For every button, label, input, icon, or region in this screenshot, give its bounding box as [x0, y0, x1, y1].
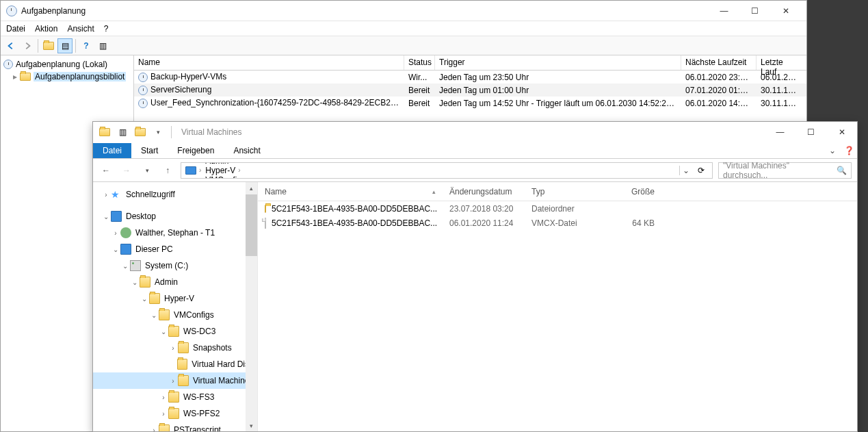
col-name[interactable]: Name — [134, 55, 404, 70]
folder-icon — [178, 375, 189, 386]
col-size[interactable]: Größe — [607, 184, 661, 199]
nav-pane[interactable]: ›★Schnellzugriff ⌄Desktop ›Walther, Step… — [93, 182, 257, 431]
nav-wspfs2[interactable]: ›WS-PFS2 — [93, 405, 257, 422]
maximize-button[interactable]: ☐ — [739, 1, 770, 21]
minimize-button[interactable]: — — [709, 1, 739, 21]
minimize-button[interactable]: — — [765, 123, 795, 142]
breadcrumb-segment[interactable]: Hyper-V› — [204, 166, 272, 175]
col-name[interactable]: Name▴ — [258, 184, 443, 199]
scroll-up-icon[interactable]: ▴ — [246, 182, 257, 194]
file-row[interactable]: 5C21F543-1BEA-4935-BA00-DD5DEBBAC...23.0… — [258, 201, 857, 216]
file-icon — [265, 218, 266, 229]
tab-start[interactable]: Start — [131, 143, 168, 158]
folder-icon — [159, 424, 170, 431]
qat-dropdown-icon[interactable]: ▾ — [150, 125, 166, 140]
forward-button[interactable]: → — [119, 163, 134, 178]
toolbar-pane-icon[interactable]: ▥ — [95, 38, 110, 53]
menu-view[interactable]: Ansicht — [67, 24, 94, 34]
nav-snapshots[interactable]: ›Snapshots — [93, 340, 257, 356]
qat-new-folder-icon[interactable] — [133, 125, 148, 140]
task-row[interactable]: ServerSicherungBereitJeden Tag um 01:00 … — [134, 84, 806, 97]
folder-icon — [178, 342, 189, 353]
file-name: 5C21F543-1BEA-4935-BA00-DD5DEBBAC... — [258, 217, 443, 229]
desktop-icon — [111, 211, 122, 222]
refresh-button[interactable]: ⟳ — [693, 166, 709, 175]
back-button[interactable] — [3, 38, 18, 53]
breadcrumb-root-icon[interactable]: › — [184, 166, 202, 175]
ribbon-expand-icon[interactable]: ⌄ — [824, 143, 841, 158]
task-status: Bereit — [404, 98, 435, 109]
task-row[interactable]: User_Feed_Synchronization-{16074259-72DC… — [134, 97, 806, 110]
tree-library[interactable]: ▸ Aufgabenplanungsbibliot — [1, 71, 133, 83]
help-icon[interactable]: ❓ — [841, 143, 857, 158]
nav-this-pc[interactable]: ⌄Dieser PC — [93, 241, 257, 257]
nav-pstranscript[interactable]: ›PSTranscript — [93, 422, 257, 431]
search-input[interactable]: "Virtual Machines" durchsuch... 🔍 — [718, 162, 852, 179]
file-modified: 06.01.2020 11:24 — [443, 218, 525, 229]
maximize-button[interactable]: ☐ — [795, 123, 826, 142]
tab-file[interactable]: Datei — [93, 143, 131, 158]
close-button[interactable]: ✕ — [826, 123, 857, 142]
task-trigger: Jeden Tag um 14:52 Uhr - Trigger läuft u… — [435, 98, 681, 109]
task-name: ServerSicherung — [134, 84, 404, 96]
nav-drive-c[interactable]: ⌄System (C:) — [93, 257, 257, 274]
recent-dropdown-icon[interactable]: ▾ — [140, 163, 155, 178]
toolbar-view-icon[interactable]: ▤ — [57, 38, 73, 53]
nav-user[interactable]: ›Walther, Stephan - T1 — [93, 225, 257, 241]
task-row[interactable]: Backup-HyperV-VMsWir...Jeden Tag um 23:5… — [134, 71, 806, 84]
col-modified[interactable]: Änderungsdatum — [443, 184, 525, 199]
nav-vmconfigs[interactable]: ⌄VMConfigs — [93, 307, 257, 323]
folder-icon — [149, 293, 160, 304]
nav-desktop[interactable]: ⌄Desktop — [93, 208, 257, 225]
menu-help[interactable]: ? — [104, 24, 109, 34]
titlebar[interactable]: ▥ ▾ Virtual Machines — ☐ ✕ — [93, 122, 857, 142]
col-last[interactable]: Letzte Lauf — [757, 55, 801, 70]
explorer-window: ▥ ▾ Virtual Machines — ☐ ✕ Datei Start F… — [92, 121, 858, 432]
toolbar-action-icon[interactable] — [41, 38, 56, 53]
toolbar: ▤ ? ▥ — [1, 36, 806, 55]
nav-virtual-machines[interactable]: ›Virtual Machines — [93, 372, 257, 389]
chevron-right-icon: › — [248, 176, 250, 179]
col-type[interactable]: Typ — [525, 184, 607, 199]
ribbon-tabs: Datei Start Freigeben Ansicht ⌄ ❓ — [93, 142, 857, 159]
chevron-right-icon: ▸ — [13, 72, 17, 81]
close-button[interactable]: ✕ — [770, 1, 801, 21]
file-type: Dateiordner — [525, 203, 607, 214]
folder-icon — [168, 408, 179, 419]
menu-file[interactable]: Datei — [6, 24, 25, 34]
breadcrumb-segment[interactable]: VMConfigs› — [204, 175, 272, 179]
app-icon — [6, 5, 17, 16]
file-row[interactable]: 5C21F543-1BEA-4935-BA00-DD5DEBBAC...06.0… — [258, 216, 857, 230]
scroll-down-icon[interactable]: ▾ — [246, 420, 257, 431]
nav-quick-access[interactable]: ›★Schnellzugriff — [93, 186, 257, 203]
back-button[interactable]: ← — [98, 163, 114, 178]
breadcrumb-dropdown-icon[interactable]: ⌄ — [679, 166, 692, 175]
folder-icon — [177, 359, 187, 370]
folder-icon — [20, 73, 31, 81]
forward-button[interactable] — [20, 38, 35, 53]
nav-wsdc3[interactable]: ⌄WS-DC3 — [93, 323, 257, 340]
nav-vhd[interactable]: Virtual Hard Disks — [93, 356, 257, 372]
folder-icon — [168, 326, 179, 337]
up-button[interactable]: ↑ — [160, 163, 175, 178]
tab-share[interactable]: Freigeben — [168, 143, 224, 158]
folder-icon — [159, 309, 170, 320]
scroll-thumb[interactable] — [246, 194, 257, 256]
col-status[interactable]: Status — [404, 55, 435, 70]
nav-wsfs3[interactable]: ›WS-FS3 — [93, 389, 257, 405]
qat-properties-icon[interactable]: ▥ — [115, 125, 130, 140]
search-placeholder: "Virtual Machines" durchsuch... — [723, 161, 832, 180]
menu-action[interactable]: Aktion — [35, 24, 57, 34]
nav-hyperv[interactable]: ⌄Hyper-V — [93, 290, 257, 307]
tab-view[interactable]: Ansicht — [224, 143, 269, 158]
titlebar[interactable]: Aufgabenplanung — ☐ ✕ — [1, 1, 806, 21]
col-trigger[interactable]: Trigger — [435, 55, 681, 70]
window-title: Virtual Machines — [179, 127, 765, 137]
nav-admin[interactable]: ⌄Admin — [93, 274, 257, 290]
file-pane[interactable]: Name▴ Änderungsdatum Typ Größe 5C21F543-… — [257, 182, 857, 431]
grid-header: Name Status Trigger Nächste Laufzeit Let… — [134, 55, 806, 71]
breadcrumb[interactable]: › Dieser PC›System (C:)›Admin›Hyper-V›VM… — [181, 162, 713, 179]
tree-root[interactable]: Aufgabenplanung (Lokal) — [1, 58, 133, 71]
col-next[interactable]: Nächste Laufzeit — [681, 55, 757, 70]
toolbar-help-icon[interactable]: ? — [79, 38, 94, 53]
